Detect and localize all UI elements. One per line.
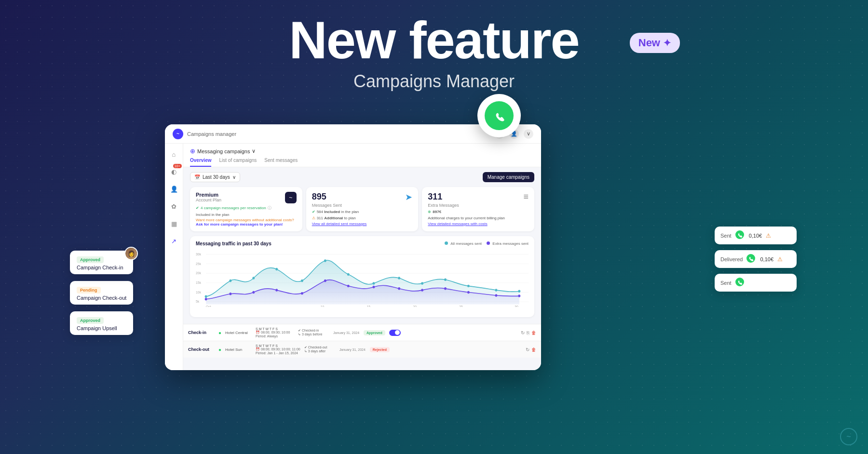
sidebar-item-calendar[interactable]: ▦ bbox=[168, 218, 180, 229]
refresh-icon[interactable]: ↻ bbox=[521, 330, 525, 335]
stat-billing-detail: Additional charges to your current billi… bbox=[428, 216, 529, 220]
svg-text:30: 30 bbox=[515, 305, 518, 307]
menu-icon: ≡ bbox=[523, 192, 529, 202]
float-badge-approved-1: Approved bbox=[77, 256, 104, 263]
float-msg-price-2: 0,10€ bbox=[760, 256, 773, 262]
stat-additional-detail: ⚠ 311 Additional to plan bbox=[312, 216, 413, 220]
float-msg-label-2: Delivered bbox=[720, 256, 743, 262]
row-date-checkin: January 31, 2024 bbox=[333, 331, 360, 334]
svg-point-37 bbox=[467, 291, 470, 294]
svg-point-13 bbox=[229, 280, 231, 282]
whatsapp-bubble bbox=[477, 94, 521, 137]
svg-point-38 bbox=[495, 294, 498, 296]
manage-campaigns-button[interactable]: Manage campaigns bbox=[483, 172, 534, 182]
svg-text:15k: 15k bbox=[196, 281, 201, 285]
sidebar-item-home[interactable]: ⌂ bbox=[168, 148, 180, 160]
page-header: ⊕ Messaging campaigns ∨ Overview List of… bbox=[183, 144, 541, 167]
svg-point-15 bbox=[275, 268, 278, 270]
chart-header: Messaging traffic in past 30 days All me… bbox=[196, 241, 529, 246]
whatsapp-icon bbox=[485, 101, 514, 130]
svg-point-22 bbox=[444, 279, 447, 281]
included-text: Included in the plan bbox=[196, 213, 229, 217]
chart-title: Messaging traffic in past 30 days bbox=[196, 241, 271, 246]
toggle-dot-checkin bbox=[395, 330, 400, 335]
stat-number-extra: 311 bbox=[428, 192, 459, 202]
toggle-checkin[interactable] bbox=[389, 330, 401, 336]
bottom-logo: ~ bbox=[840, 428, 857, 445]
upgrade-plan-link[interactable]: Ask for more campaign messages to your p… bbox=[196, 222, 297, 227]
stat-detail-messages: ✔ 4 campaign messages per reservation ⓘ bbox=[196, 205, 297, 211]
globe-icon: ⊕ bbox=[190, 147, 195, 155]
stat-card-premium: Premium Account Plan ~ ✔ 4 campaign mess… bbox=[190, 187, 302, 231]
float-msg-label-1: Sent bbox=[720, 233, 732, 239]
headline-title: New feature bbox=[0, 13, 868, 67]
messaging-campaigns-button[interactable]: ⊕ Messaging campaigns ∨ bbox=[190, 147, 256, 155]
copy-icon[interactable]: ⎘ bbox=[527, 330, 529, 335]
charge-amount: 897€ bbox=[433, 210, 441, 214]
breadcrumb: Campaigns manager bbox=[187, 131, 236, 137]
stat-extra-info: 311 Extra Messages bbox=[428, 192, 459, 208]
float-messages-section: Sent 0,10€ ⚠ Delivered 0,10€ ⚠ Sent bbox=[715, 227, 797, 292]
warning-icon: ⚠ bbox=[312, 216, 315, 220]
chart-section: Messaging traffic in past 30 days All me… bbox=[190, 236, 534, 317]
svg-point-30 bbox=[301, 292, 303, 294]
stat-sent-info: 895 Messages Sent bbox=[312, 192, 342, 208]
svg-point-27 bbox=[229, 293, 231, 295]
notification-badge: 10+ bbox=[173, 164, 182, 168]
svg-point-33 bbox=[373, 286, 375, 288]
tab-list-campaigns[interactable]: List of campaigns bbox=[219, 158, 257, 167]
float-msg-sent-2: Sent bbox=[715, 274, 797, 292]
delete-icon[interactable]: 🗑 bbox=[531, 330, 536, 335]
chevron-down-icon[interactable]: ∨ bbox=[524, 129, 533, 139]
main-content: ⊕ Messaging campaigns ∨ Overview List of… bbox=[183, 144, 541, 370]
float-msg-wa-2 bbox=[746, 254, 755, 264]
svg-point-16 bbox=[301, 280, 303, 282]
row-date-checkout: January 31, 2024 bbox=[339, 348, 366, 351]
sidebar-item-users[interactable]: 👤 bbox=[168, 183, 180, 195]
view-sent-messages-link[interactable]: View all detailed sent messages bbox=[312, 222, 413, 226]
svg-point-35 bbox=[421, 289, 423, 291]
tab-sent-messages[interactable]: Sent messages bbox=[264, 158, 298, 167]
table-section: Check-in ● Hotel Central S M T W T F S ⏰… bbox=[183, 324, 541, 358]
legend-all-sent: All messages sent bbox=[445, 241, 482, 246]
chart-svg: 30k 25k 20k 15k 10k 5k bbox=[196, 249, 529, 307]
stat-premium-icon: ~ bbox=[285, 192, 297, 203]
stat-card-extra: 311 Extra Messages ≡ ⊕ 897€ Additional c… bbox=[422, 187, 534, 231]
headline-subtitle: Campaigns Manager bbox=[0, 71, 868, 92]
tab-overview[interactable]: Overview bbox=[190, 158, 211, 167]
check-icon-2: ✔ bbox=[312, 210, 315, 214]
view-messages-costs-link[interactable]: View detailed messages with costs bbox=[428, 222, 529, 226]
date-filter[interactable]: 📅 Last 30 days ∨ bbox=[190, 172, 240, 182]
sidebar-item-settings[interactable]: ✿ bbox=[168, 200, 180, 212]
svg-point-48 bbox=[735, 278, 744, 286]
svg-point-46 bbox=[735, 230, 744, 239]
logo-icon: ~ bbox=[173, 129, 183, 139]
float-badge-pending: Pending bbox=[77, 287, 101, 294]
refresh-icon-2[interactable]: ↻ bbox=[526, 347, 529, 352]
delete-icon-2[interactable]: 🗑 bbox=[531, 347, 536, 352]
chart-area: 30k 25k 20k 15k 10k 5k bbox=[196, 249, 529, 307]
row-actions-checkin: ↻ ⎘ 🗑 bbox=[521, 330, 536, 335]
new-badge-label: New bbox=[638, 37, 660, 49]
float-msg-label-3: Sent bbox=[720, 280, 732, 286]
sidebar-item-campaigns[interactable]: ↗ bbox=[168, 235, 180, 247]
charge-icon: ⊕ bbox=[428, 210, 431, 214]
stat-card-sent: 895 Messages Sent ➤ ✔ 584 Included in th… bbox=[306, 187, 419, 231]
row-name-checkout: Check-out bbox=[188, 347, 215, 352]
svg-point-36 bbox=[444, 287, 447, 290]
headline-section: New feature Campaigns Manager bbox=[0, 13, 868, 92]
float-card-title-upsell: Campaign Upsell bbox=[77, 325, 126, 331]
row-schedule-checkout: S M T W T F S ⏰ 08:00; 09:00; 10:00; 11:… bbox=[256, 344, 300, 355]
info-icon: ⓘ bbox=[268, 205, 271, 211]
svg-point-24 bbox=[495, 289, 498, 291]
row-actions-checkout: ↻ 🗑 bbox=[526, 347, 536, 352]
status-badge-checkout: Rejected bbox=[370, 347, 390, 352]
row-trigger-checkout: ✔ Checked-out ↳ 3 days after bbox=[304, 346, 336, 353]
sidebar-item-notifications[interactable]: ◐ 10+ bbox=[168, 166, 180, 177]
float-badge-approved-3: Approved bbox=[77, 317, 104, 324]
svg-point-26 bbox=[205, 298, 207, 300]
row-name-checkin: Check-in bbox=[188, 330, 215, 335]
svg-text:20k: 20k bbox=[196, 271, 201, 275]
float-msg-sent-1: Sent 0,10€ ⚠ bbox=[715, 227, 797, 244]
stat-info: Premium Account Plan bbox=[196, 192, 221, 202]
